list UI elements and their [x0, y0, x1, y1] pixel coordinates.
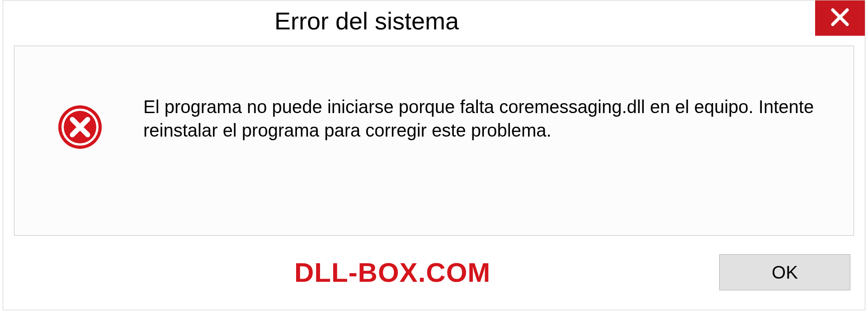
close-icon — [829, 6, 851, 30]
close-button[interactable] — [815, 0, 865, 36]
ok-button-label: OK — [772, 262, 798, 283]
titlebar: Error del sistema — [3, 0, 865, 41]
ok-button[interactable]: OK — [719, 254, 850, 290]
content-panel: El programa no puede iniciarse porque fa… — [14, 46, 854, 236]
watermark-text: DLL-BOX.COM — [294, 257, 491, 288]
error-icon — [57, 104, 103, 150]
error-dialog: Error del sistema El programa no puede i… — [3, 0, 865, 310]
error-message: El programa no puede iniciarse porque fa… — [143, 95, 826, 142]
dialog-title: Error del sistema — [274, 7, 459, 35]
dialog-footer: DLL-BOX.COM OK — [14, 247, 854, 297]
